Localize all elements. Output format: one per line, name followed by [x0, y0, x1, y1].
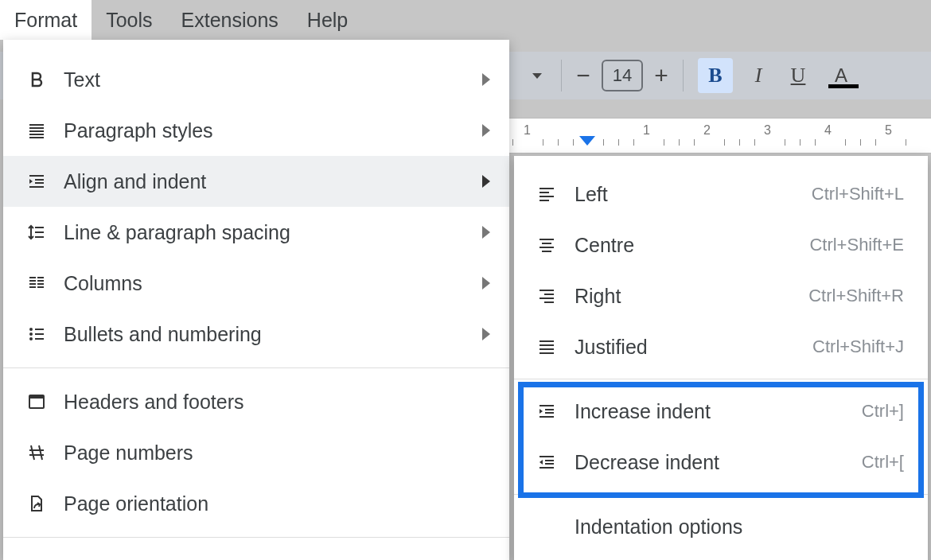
underline-button[interactable]: U [781, 64, 816, 88]
align-indent-submenu: Left Ctrl+Shift+L Centre Ctrl+Shift+E Ri… [514, 156, 928, 560]
bold-button[interactable]: B [698, 58, 733, 93]
headers-footers-icon [22, 392, 51, 411]
menu-tools[interactable]: Tools [92, 0, 166, 40]
menu-item-headers-footers[interactable]: Headers and footers [3, 376, 509, 427]
menu-item-line-spacing[interactable]: Line & paragraph spacing [3, 207, 509, 258]
align-justified-icon [533, 337, 560, 356]
menu-item-bullets-numbering[interactable]: Bullets and numbering [3, 309, 509, 360]
menu-item-align-indent[interactable]: Align and indent [3, 156, 509, 207]
submenu-item-label: Justified [560, 336, 812, 359]
ruler-tick [633, 139, 634, 146]
svg-point-2 [29, 337, 33, 340]
menu-item-label: Line & paragraph spacing [51, 221, 482, 244]
menu-item-text[interactable]: Text [3, 54, 509, 105]
menu-tools-label: Tools [106, 9, 152, 32]
text-color-bar [828, 84, 859, 88]
menu-item-label: Page orientation [51, 492, 490, 515]
fontsize-input[interactable]: 14 [602, 60, 643, 91]
decrease-indent-icon [533, 453, 560, 472]
align-right-icon [533, 286, 560, 305]
align-indent-icon [22, 172, 51, 191]
indent-marker-icon[interactable] [579, 136, 595, 146]
menu-help-label: Help [307, 9, 348, 32]
menu-item-label: Text [51, 68, 482, 91]
line-spacing-icon [22, 223, 51, 242]
ruler-tick [679, 139, 680, 146]
text-color-button[interactable]: A [824, 58, 859, 93]
menu-help[interactable]: Help [293, 0, 362, 40]
bullets-numbering-icon [22, 325, 51, 344]
submenu-item-label: Centre [560, 234, 809, 257]
align-centre-icon [533, 235, 560, 255]
menu-separator [3, 368, 509, 368]
chevron-right-icon [482, 277, 490, 290]
chevron-down-icon [532, 73, 542, 79]
ruler-number: 3 [764, 123, 771, 138]
ruler-tick [860, 139, 861, 146]
fontsize-increase-button[interactable]: + [648, 62, 675, 89]
ruler-tick [845, 139, 846, 146]
columns-icon [22, 274, 51, 293]
chevron-right-icon [482, 124, 490, 137]
menu-item-columns[interactable]: Columns [3, 258, 509, 309]
ruler-tick [573, 139, 574, 146]
chevron-right-icon [482, 175, 490, 188]
submenu-item-decrease-indent[interactable]: Decrease indent Ctrl+[ [514, 437, 928, 488]
menu-separator [514, 379, 928, 379]
submenu-item-right[interactable]: Right Ctrl+Shift+R [514, 270, 928, 321]
menu-separator [514, 494, 928, 495]
menu-format-label: Format [14, 9, 77, 32]
ruler-number: 1 [643, 123, 650, 138]
ruler-tick [664, 139, 664, 146]
toolbar-separator [683, 60, 684, 91]
submenu-item-left[interactable]: Left Ctrl+Shift+L [514, 169, 928, 220]
italic-button[interactable]: I [741, 64, 776, 88]
svg-rect-4 [29, 395, 44, 399]
menu-format[interactable]: Format [0, 0, 92, 40]
submenu-item-shortcut: Ctrl+Shift+E [809, 235, 904, 255]
ruler-tick [603, 139, 604, 146]
italic-icon: I [755, 64, 762, 88]
menu-item-label: Headers and footers [51, 391, 490, 414]
ruler-tick [543, 139, 543, 146]
ruler-number: 1 [524, 123, 531, 138]
fontsize-decrease-button[interactable]: − [570, 62, 597, 89]
submenu-item-justified[interactable]: Justified Ctrl+Shift+J [514, 321, 928, 372]
page-numbers-icon [22, 443, 51, 462]
page-orientation-icon [22, 494, 51, 513]
menu-item-page-orientation[interactable]: Page orientation [3, 478, 509, 529]
submenu-item-label: Indentation options [560, 515, 904, 539]
menu-item-label: Align and indent [51, 170, 482, 193]
text-color-icon: A [835, 64, 847, 87]
menu-item-paragraph-styles[interactable]: Paragraph styles [3, 105, 509, 156]
submenu-item-centre[interactable]: Centre Ctrl+Shift+E [514, 220, 928, 270]
submenu-item-shortcut: Ctrl+[ [862, 452, 904, 472]
ruler-tick [800, 139, 801, 146]
toolbar-dropdown[interactable] [521, 60, 553, 91]
submenu-item-increase-indent[interactable]: Increase indent Ctrl+] [514, 386, 928, 437]
ruler-tick [754, 139, 755, 146]
toolbar-separator [561, 60, 562, 91]
svg-point-0 [29, 328, 33, 331]
submenu-item-shortcut: Ctrl+Shift+R [808, 286, 904, 306]
paragraph-styles-icon [22, 121, 51, 140]
ruler-tick [512, 139, 513, 146]
ruler-tick [815, 139, 816, 146]
ruler-number: 5 [885, 123, 892, 138]
align-left-icon [533, 185, 560, 204]
ruler[interactable]: 1 1 2 3 4 5 [509, 118, 931, 154]
menu-item-label: Columns [51, 272, 482, 295]
format-menu: Text Paragraph styles Align and indent L… [3, 40, 509, 560]
submenu-item-label: Increase indent [560, 400, 862, 423]
bold-icon [22, 70, 51, 89]
menu-extensions[interactable]: Extensions [167, 0, 293, 40]
menu-item-label: Bullets and numbering [51, 323, 482, 346]
submenu-item-shortcut: Ctrl+] [862, 401, 904, 422]
ruler-tick [724, 139, 725, 146]
ruler-number: 2 [703, 123, 711, 138]
submenu-item-indentation-options[interactable]: Indentation options [514, 501, 928, 552]
chevron-right-icon [482, 226, 490, 239]
ruler-number: 4 [824, 123, 832, 138]
bold-icon: B [708, 64, 722, 88]
menu-item-page-numbers[interactable]: Page numbers [3, 427, 509, 478]
